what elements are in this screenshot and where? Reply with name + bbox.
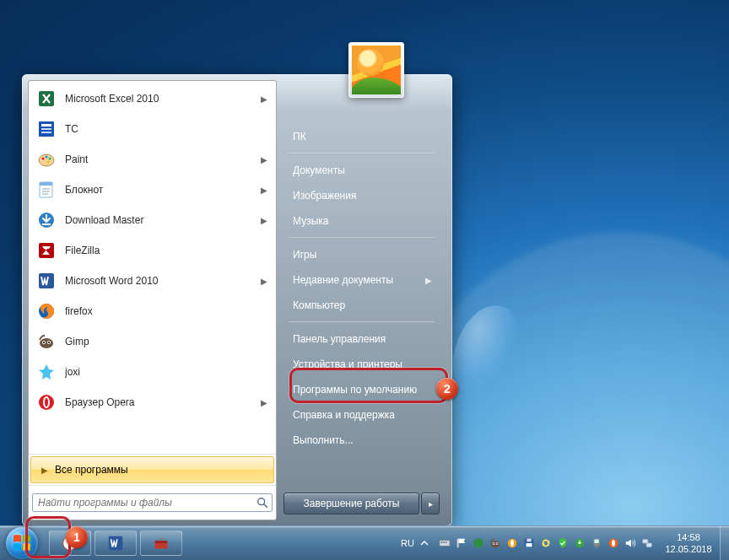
show-desktop-button[interactable] [720,526,729,560]
system-tray [433,536,659,550]
taskbar-button-word-app[interactable] [94,530,137,556]
separator [289,153,435,154]
program-label: Paint [65,153,258,165]
user-folder-link[interactable]: ПК [284,124,440,149]
user-avatar[interactable] [348,42,404,98]
program-label: Microsoft Word 2010 [65,275,258,287]
svg-rect-39 [446,541,447,543]
toolbox-icon [152,534,170,552]
startmenu-link-label: Изображения [293,190,356,202]
submenu-arrow-icon: ▶ [258,155,270,164]
tray-opera-mini-icon[interactable] [505,536,519,550]
tray-flag-icon[interactable] [455,536,468,550]
shutdown-button[interactable]: Завершение работы [284,493,419,514]
startmenu-link-выполнить-[interactable]: Выполнить... [284,428,440,453]
startmenu-link-label: Программы по умолчанию [293,384,417,396]
tray-keyboard-icon[interactable] [438,536,451,550]
svg-point-44 [493,543,494,544]
startmenu-link-недавние-документы[interactable]: Недавние документы▶ [284,267,440,293]
tray-shield-icon[interactable] [556,536,570,550]
svg-rect-11 [40,182,52,186]
excel-icon [35,87,58,110]
search-box[interactable] [32,493,273,512]
word-icon [106,534,125,552]
start-menu: Microsoft Excel 2010▶TCPaint▶Блокнот▶Dow… [22,74,452,526]
svg-point-47 [510,540,514,547]
submenu-arrow-icon: ▶ [258,398,270,407]
program-label: Блокнот [65,184,258,196]
startmenu-link-label: Музыка [293,215,328,227]
startmenu-link-устройства-и-принтеры[interactable]: Устройства и принтеры [284,352,440,377]
tray-sync-icon[interactable] [539,536,553,550]
svg-point-45 [496,543,497,544]
svg-rect-57 [643,540,648,543]
taskbar-button-toolbox-app[interactable] [140,530,182,556]
triangle-right-icon: ▶ [35,466,55,475]
program-item-paint[interactable]: Paint▶ [30,144,274,175]
svg-rect-34 [155,541,168,543]
tc-icon [35,117,58,141]
tray-overflow-button[interactable] [418,536,431,550]
program-label: FileZilla [65,245,270,256]
startmenu-link-label: Панель управления [293,333,386,345]
program-item-excel[interactable]: Microsoft Excel 2010▶ [30,83,274,114]
search-input[interactable] [33,495,253,510]
startmenu-link-панель-управления[interactable]: Панель управления [284,326,440,352]
submenu-arrow-icon: ▶ [258,277,270,286]
startmenu-link-изображения[interactable]: Изображения [284,183,440,208]
program-label: Gimp [65,336,270,347]
svg-rect-38 [443,541,445,543]
startmenu-link-label: Устройства и принтеры [293,358,402,370]
svg-rect-32 [109,536,123,551]
tray-network-icon[interactable] [640,536,654,550]
svg-rect-3 [41,128,51,130]
taskbar-clock[interactable]: 14:58 12.05.2018 [659,529,720,557]
program-item-opera[interactable]: Браузер Opera▶ [30,387,274,417]
svg-point-8 [48,157,51,159]
svg-rect-2 [41,124,51,127]
all-programs-button[interactable]: ▶ Все программы [30,456,274,483]
program-item-joxi[interactable]: joxi [30,357,274,387]
startmenu-link-справка-и-поддержка[interactable]: Справка и поддержка [284,402,440,428]
program-item-gimp[interactable]: Gimp [30,326,274,357]
startmenu-link-документы[interactable]: Документы [284,158,440,183]
gimp-icon [35,330,58,353]
shutdown-options-button[interactable]: ▸ [421,493,440,514]
tray-volume-icon[interactable] [624,536,637,550]
program-item-notepad[interactable]: Блокнот▶ [30,175,274,205]
startmenu-link-label: Справка и поддержка [293,409,395,421]
tray-opera-red-icon[interactable] [607,536,620,550]
startmenu-link-музыка[interactable]: Музыка [284,208,440,234]
startmenu-link-программы-по-умолчанию[interactable]: Программы по умолчанию [284,377,440,402]
search-icon [253,493,272,512]
tray-firewall-icon[interactable] [472,536,485,550]
svg-point-23 [43,342,45,343]
program-label: Download Master [65,214,258,226]
paint-icon [35,148,58,171]
program-item-firefox[interactable]: firefox [30,296,274,326]
language-indicator[interactable]: RU [397,538,418,548]
startmenu-link-игры[interactable]: Игры [284,242,440,267]
program-item-filezilla[interactable]: FileZilla [30,235,274,266]
separator [289,237,435,239]
svg-rect-18 [39,273,54,288]
tray-diskette-icon[interactable] [522,536,536,550]
tray-torrent-icon[interactable] [573,536,586,550]
svg-point-6 [41,157,44,159]
svg-rect-54 [595,547,598,547]
start-button[interactable] [6,527,38,559]
svg-rect-4 [41,132,51,133]
submenu-arrow-icon: ▶ [425,276,432,285]
filezilla-icon [35,239,58,262]
startmenu-link-компьютер[interactable]: Компьютер [284,293,440,318]
tray-gimp-icon[interactable] [489,536,502,550]
tray-device-icon[interactable] [590,536,603,550]
startmenu-link-label: Документы [293,164,345,176]
program-item-word[interactable]: Microsoft Word 2010▶ [30,266,274,296]
notepad-icon [35,178,58,202]
svg-rect-17 [39,243,54,258]
program-item-dm[interactable]: Download Master▶ [30,205,274,235]
svg-rect-35 [159,539,164,541]
program-item-tc[interactable]: TC [30,114,274,144]
svg-rect-53 [594,540,598,543]
